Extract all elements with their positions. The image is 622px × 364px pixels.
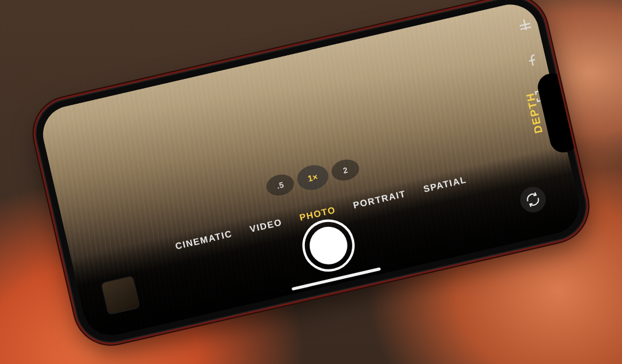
exposure-icon[interactable] — [514, 14, 536, 36]
zoom-option[interactable]: 2 — [329, 157, 361, 183]
zoom-option[interactable]: .5 — [264, 172, 296, 198]
f-stop-icon[interactable] — [522, 49, 544, 71]
shutter-button-inner — [306, 223, 351, 268]
svg-line-3 — [530, 60, 535, 61]
